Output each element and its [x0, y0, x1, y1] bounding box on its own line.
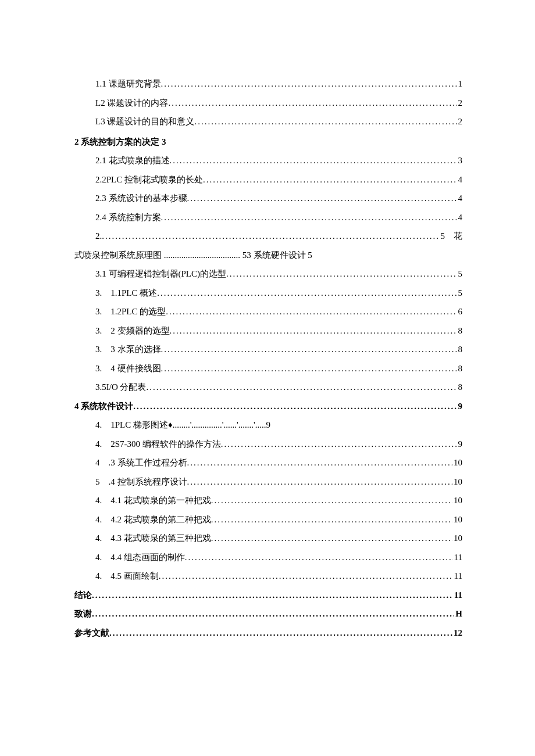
- toc-entry: 3.1 可编程逻辑控制器(PLC)的选型5: [74, 266, 462, 282]
- toc-entry-wrap-text: 式喷泉控制系统原理图 .............................…: [74, 250, 312, 260]
- toc-entry-label: 5 .4 控制系统程序设计: [95, 474, 187, 490]
- toc-entry-label: 3. 1.1PLC 概述: [95, 285, 157, 302]
- toc-leader-dots: [221, 436, 457, 453]
- toc-page-number: 10: [452, 474, 462, 490]
- toc-entry-label: 2.3 系统设计的基本步骤: [95, 190, 187, 207]
- toc-entry-label: 参考文献: [74, 625, 109, 642]
- toc-entry-label: 3.1 可编程逻辑控制器(PLC)的选型: [95, 266, 226, 282]
- toc-page-number: 5: [457, 266, 463, 282]
- toc-entry-label: 4 .3 系统工作过程分析: [95, 454, 187, 471]
- toc-entry-label: 4. 4.1 花式喷泉的第一种把戏: [95, 492, 211, 509]
- toc-entry-label: 2.4 系统控制方案: [95, 209, 161, 226]
- toc-page-number: 12: [452, 625, 462, 642]
- toc-page-number: 4: [457, 190, 463, 207]
- toc-entry-label: 3. 1.2PLC 的选型: [95, 303, 166, 320]
- toc-leader-dots: [170, 152, 457, 169]
- toc-entry: 4. 4.1 花式喷泉的第一种把戏10: [74, 492, 462, 509]
- toc-leader-dots: [168, 95, 456, 112]
- toc-page-number: H: [454, 605, 462, 622]
- toc-leader-dots: [170, 323, 457, 339]
- toc-entry: 2.1 花式喷泉的描述3: [74, 152, 462, 169]
- toc-page-number: 9: [457, 436, 463, 453]
- toc-leader-dots: [187, 454, 453, 471]
- toc-leader-dots: [157, 285, 456, 302]
- toc-leader-dots: [194, 113, 456, 130]
- toc-entry-label: 致谢: [74, 605, 92, 622]
- toc-entry: L3 课题设计的目的和意义2: [74, 113, 462, 130]
- toc-leader-dots: [133, 398, 456, 415]
- toc-entry: 2.5 花: [74, 228, 462, 245]
- toc-entry: 3. 2 变频器的选型8: [74, 323, 462, 339]
- toc-entry: 2.3 系统设计的基本步骤4: [74, 190, 462, 207]
- toc-entry: 致谢H: [74, 605, 462, 622]
- toc-page-number: 9: [457, 398, 463, 415]
- toc-page-number: 8: [457, 341, 463, 358]
- toc-leader-dots: [226, 266, 457, 282]
- toc-page-number: 11: [453, 587, 462, 604]
- toc-leader-dots: [187, 190, 457, 207]
- toc-heading: 2 系统控制方案的决定 3: [74, 134, 462, 151]
- toc-leader-dots: [109, 625, 452, 642]
- toc-entry: 结论11: [74, 587, 462, 604]
- toc-entry: 参考文献12: [74, 625, 462, 642]
- toc-entry-label: 4. 4.4 组态画面的制作: [95, 549, 185, 566]
- toc-page-number: 11: [453, 549, 462, 566]
- toc-page-number: 8: [457, 379, 463, 396]
- toc-entry: 4. 4.3 花式喷泉的第三种把戏10: [74, 530, 462, 547]
- toc-entry-label: 4 系统软件设计: [74, 398, 133, 415]
- toc-entry: 3. 1.2PLC 的选型6: [74, 303, 462, 320]
- toc-leader-dots: [92, 587, 453, 604]
- toc-entry: 3.5I/O 分配表8: [74, 379, 462, 396]
- toc-page-number: 11: [453, 568, 462, 585]
- toc-entry-label: 4. 4.5 画面绘制: [95, 568, 159, 585]
- toc-entry-label: 2.2PLC 控制花式喷泉的长处: [95, 171, 203, 188]
- toc-entry: 5 .4 控制系统程序设计10: [74, 474, 462, 490]
- toc-page: 1.1 课题研究背景1L2 课题设计的内容2L3 课题设计的目的和意义22 系统…: [0, 0, 535, 756]
- toc-entry: 4. 4.2 花式喷泉的第二种把戏10: [74, 511, 462, 528]
- toc-entry: 4. 4.5 画面绘制11: [74, 568, 462, 585]
- toc-leader-dots: [161, 209, 457, 226]
- toc-entry-label: 4. 4.3 花式喷泉的第三种把戏: [95, 530, 211, 547]
- toc-entry: 4. 2S7-300 编程软件的操作方法9: [74, 436, 462, 453]
- toc-leader-dots: [92, 605, 454, 622]
- toc-page-number: 4: [457, 171, 463, 188]
- toc-entry-label: 1.1 课题研究背景: [95, 76, 161, 92]
- toc-leader-dots: [211, 530, 452, 547]
- toc-entry-label: 3.5I/O 分配表: [95, 379, 147, 396]
- toc-entry-label: 2.: [95, 228, 102, 245]
- toc-entry: 2.2PLC 控制花式喷泉的长处4: [74, 171, 462, 188]
- toc-entry: 3. 4 硬件接线图8: [74, 360, 462, 377]
- toc-leader-dots: [161, 341, 457, 358]
- toc-leader-dots: [211, 492, 452, 509]
- toc-leader-dots: [161, 360, 457, 377]
- toc-page-number: 8: [457, 323, 463, 339]
- toc-leader-dots: [161, 76, 457, 92]
- toc-page-number: 10: [452, 454, 462, 471]
- toc-page-number: 3: [457, 152, 463, 169]
- toc-entry: 4 .3 系统工作过程分析10: [74, 454, 462, 471]
- toc-entry: 2.4 系统控制方案4: [74, 209, 462, 226]
- toc-page-number: 5: [457, 285, 463, 302]
- toc-entry-label: L3 课题设计的目的和意义: [95, 113, 194, 130]
- toc-entry-label: 3. 2 变频器的选型: [95, 323, 170, 339]
- toc-entry-label: L2 课题设计的内容: [95, 95, 168, 112]
- toc-leader-dots: [203, 171, 456, 188]
- toc-leader-dots: [102, 228, 439, 245]
- toc-page-number: 6: [457, 303, 463, 320]
- toc-entry-label: 3. 3 水泵的选择: [95, 341, 161, 358]
- toc-page-number: 10: [452, 530, 462, 547]
- toc-entry: 4. 1PLC 梯形图述♦........'..............'...…: [74, 417, 462, 433]
- toc-entry-label: 2.1 花式喷泉的描述: [95, 152, 170, 169]
- toc-entry: 4 系统软件设计9: [74, 398, 462, 415]
- toc-entry-label: 3. 4 硬件接线图: [95, 360, 161, 377]
- toc-entry: L2 课题设计的内容2: [74, 95, 462, 112]
- toc-entry-label: 4. 4.2 花式喷泉的第二种把戏: [95, 511, 211, 528]
- toc-page-number: 1: [457, 76, 463, 92]
- toc-leader-dots: [166, 303, 456, 320]
- toc-entry-label: 4. 2S7-300 编程软件的操作方法: [95, 436, 221, 453]
- toc-entry: 1.1 课题研究背景1: [74, 76, 462, 92]
- toc-entry-tail: 5 花: [440, 228, 463, 245]
- toc-page-number: 2: [457, 95, 463, 112]
- toc-entry: 3. 1.1PLC 概述5: [74, 285, 462, 302]
- toc-page-number: 10: [452, 511, 462, 528]
